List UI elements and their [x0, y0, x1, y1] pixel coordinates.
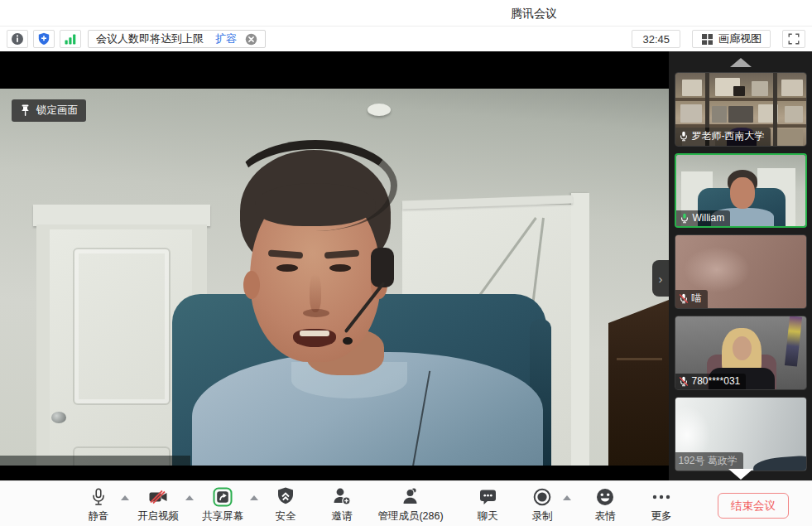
gallery-view-label: 画廊视图 [718, 31, 762, 46]
dismiss-warning-button[interactable] [245, 33, 257, 46]
fullscreen-button[interactable] [782, 30, 805, 48]
security-label: 安全 [276, 509, 296, 524]
reactions-label: 表情 [595, 509, 616, 524]
shield-plus-icon [37, 32, 50, 46]
fullscreen-icon [787, 32, 800, 46]
meeting-window: 腾讯会议 会议人数即将达到上限 扩容 [0, 0, 812, 526]
pin-icon [20, 104, 31, 117]
invite-button[interactable]: 邀请 [323, 485, 361, 524]
participant-name-badge: 780****031 [675, 374, 747, 389]
status-bar: 会议人数即将达到上限 扩容 32:45 画廊视图 [0, 27, 812, 51]
camera-off-icon [147, 487, 169, 507]
grid-icon [701, 33, 714, 46]
participant-name: 喵 [692, 292, 702, 306]
main-video [0, 89, 669, 466]
security-shield-icon [276, 486, 295, 507]
participant-name: 780****031 [692, 375, 741, 387]
participant-name: 192号 葛政学 [679, 454, 738, 468]
microphone-icon [89, 486, 108, 508]
meeting-protect-button[interactable] [33, 30, 55, 48]
participant-name-badge: William [676, 210, 731, 226]
manage-members-label: 管理成员(286) [377, 509, 443, 524]
window-title: 腾讯会议 [511, 7, 557, 22]
chat-bubble-icon [478, 487, 498, 507]
scroll-down-arrow[interactable] [728, 469, 753, 480]
share-screen-label: 共享屏幕 [202, 509, 243, 524]
invite-label: 邀请 [332, 509, 353, 524]
more-dots-icon [651, 487, 672, 507]
lock-view-label: 锁定画面 [36, 104, 78, 118]
collapse-sidebar-button[interactable]: › [652, 260, 669, 297]
start-video-button[interactable]: 开启视频 [132, 485, 184, 524]
more-button[interactable]: 更多 [642, 485, 680, 524]
reactions-button[interactable]: 表情 [586, 485, 624, 524]
meeting-toolbar: 静音 开启视频 [0, 480, 812, 526]
video-options-caret[interactable] [185, 495, 194, 500]
main-video-stage: 锁定画面 › [0, 51, 669, 480]
mute-label: 静音 [89, 509, 109, 524]
chat-button[interactable]: 聊天 [468, 485, 507, 524]
signal-bars-icon [64, 32, 77, 46]
smiley-icon [595, 487, 615, 507]
title-bar: 腾讯会议 [0, 0, 812, 27]
participant-name-badge: 喵 [675, 290, 708, 308]
manage-members-button[interactable]: 管理成员(286) [372, 485, 449, 524]
participant-thumbnail[interactable]: 罗老师-西南大学 [675, 72, 807, 147]
members-icon [400, 486, 421, 507]
mic-options-caret[interactable] [121, 495, 129, 500]
participant-name: William [693, 212, 725, 224]
invite-person-icon [331, 486, 353, 507]
participant-thumbnail[interactable]: 192号 葛政学 [675, 397, 807, 471]
meeting-info-button[interactable] [7, 30, 28, 48]
mic-speaking-icon [680, 213, 689, 224]
more-label: 更多 [651, 509, 672, 524]
scroll-up-arrow[interactable] [730, 58, 752, 67]
info-icon [11, 32, 24, 46]
participant-name: 罗老师-西南大学 [692, 129, 765, 143]
record-label: 录制 [532, 509, 553, 524]
participant-name-badge: 192号 葛政学 [675, 452, 743, 471]
security-button[interactable]: 安全 [267, 485, 305, 524]
lock-view-button[interactable]: 锁定画面 [12, 99, 86, 122]
record-button[interactable]: 录制 [523, 485, 561, 524]
start-video-label: 开启视频 [137, 509, 179, 524]
record-options-caret[interactable] [563, 495, 571, 500]
capacity-warning-text: 会议人数即将达到上限 [96, 31, 204, 46]
participant-name-badge: 罗老师-西南大学 [675, 128, 771, 146]
capacity-warning-banner: 会议人数即将达到上限 扩容 [88, 30, 266, 48]
chat-label: 聊天 [478, 509, 498, 524]
mic-muted-icon [679, 376, 689, 387]
participant-thumbnail-active[interactable]: William [675, 153, 807, 228]
mic-muted-icon [679, 293, 689, 304]
close-icon [245, 33, 257, 46]
mic-on-icon [679, 131, 689, 142]
meeting-timer: 32:45 [632, 30, 680, 48]
record-icon [532, 487, 552, 507]
end-meeting-button[interactable]: 结束会议 [718, 493, 789, 519]
status-bar-right: 32:45 画廊视图 [632, 30, 805, 48]
participants-sidebar: 罗老师-西南大学 William [669, 51, 812, 480]
network-quality-button[interactable] [60, 30, 81, 48]
share-screen-icon [213, 487, 233, 507]
mute-button[interactable]: 静音 [78, 485, 119, 524]
chevron-right-icon: › [659, 272, 663, 286]
share-options-caret[interactable] [250, 495, 258, 500]
expand-capacity-link[interactable]: 扩容 [215, 31, 237, 46]
share-screen-button[interactable]: 共享屏幕 [197, 485, 248, 524]
gallery-view-button[interactable]: 画廊视图 [692, 30, 771, 48]
participant-thumbnail[interactable]: 780****031 [675, 316, 807, 390]
participant-thumbnail[interactable]: 喵 [675, 234, 807, 309]
